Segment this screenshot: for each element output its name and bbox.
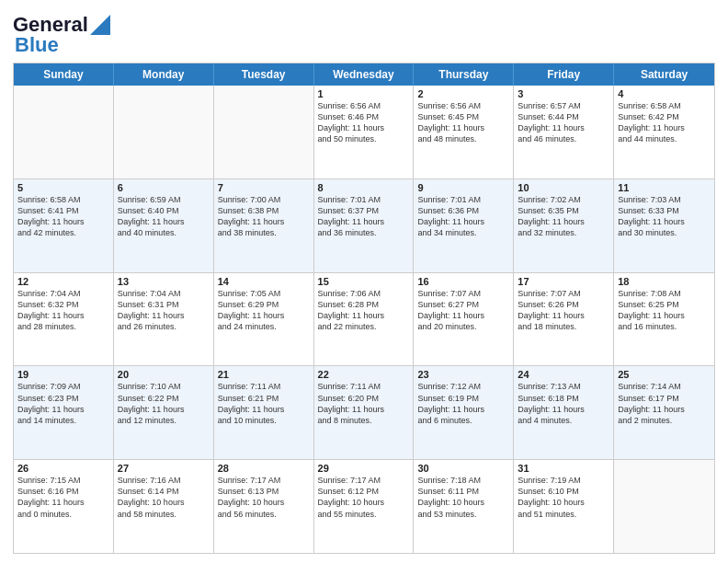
logo: General Blue	[13, 13, 110, 57]
day-number: 11	[618, 182, 711, 193]
cal-cell-day-4: 4Sunrise: 6:58 AM Sunset: 6:42 PM Daylig…	[614, 86, 714, 178]
cal-header-thursday: Thursday	[414, 63, 514, 86]
cal-header-tuesday: Tuesday	[214, 63, 314, 86]
day-info: Sunrise: 7:09 AM Sunset: 6:23 PM Dayligh…	[17, 381, 109, 426]
day-number: 20	[118, 369, 210, 380]
cal-cell-day-3: 3Sunrise: 6:57 AM Sunset: 6:44 PM Daylig…	[514, 86, 614, 178]
day-number: 12	[17, 276, 109, 287]
day-number: 25	[618, 369, 711, 380]
day-info: Sunrise: 6:56 AM Sunset: 6:45 PM Dayligh…	[417, 100, 509, 145]
cal-cell-day-9: 9Sunrise: 7:01 AM Sunset: 6:36 PM Daylig…	[414, 179, 514, 272]
day-info: Sunrise: 7:05 AM Sunset: 6:29 PM Dayligh…	[218, 288, 310, 333]
day-info: Sunrise: 7:02 AM Sunset: 6:35 PM Dayligh…	[518, 194, 609, 239]
logo-blue: Blue	[15, 33, 59, 57]
day-info: Sunrise: 7:06 AM Sunset: 6:28 PM Dayligh…	[318, 288, 410, 333]
cal-cell-day-8: 8Sunrise: 7:01 AM Sunset: 6:37 PM Daylig…	[314, 179, 415, 272]
day-number: 29	[318, 463, 410, 474]
day-info: Sunrise: 7:07 AM Sunset: 6:27 PM Dayligh…	[417, 288, 509, 333]
day-info: Sunrise: 7:11 AM Sunset: 6:20 PM Dayligh…	[318, 381, 410, 426]
cal-cell-day-7: 7Sunrise: 7:00 AM Sunset: 6:38 PM Daylig…	[214, 179, 314, 272]
logo-icon	[90, 15, 110, 35]
day-number: 4	[618, 88, 711, 99]
day-info: Sunrise: 6:56 AM Sunset: 6:46 PM Dayligh…	[318, 100, 410, 145]
day-number: 19	[17, 369, 109, 380]
cal-row-1: 1Sunrise: 6:56 AM Sunset: 6:46 PM Daylig…	[14, 86, 714, 179]
cal-cell-day-11: 11Sunrise: 7:03 AM Sunset: 6:33 PM Dayli…	[614, 179, 714, 272]
cal-cell-day-13: 13Sunrise: 7:04 AM Sunset: 6:31 PM Dayli…	[114, 273, 214, 366]
day-number: 2	[417, 88, 509, 99]
day-info: Sunrise: 7:08 AM Sunset: 6:25 PM Dayligh…	[618, 288, 711, 333]
day-number: 6	[118, 182, 210, 193]
cal-cell-day-19: 19Sunrise: 7:09 AM Sunset: 6:23 PM Dayli…	[14, 366, 114, 459]
day-number: 9	[417, 182, 509, 193]
calendar: SundayMondayTuesdayWednesdayThursdayFrid…	[13, 63, 715, 554]
day-number: 22	[318, 369, 410, 380]
day-number: 5	[17, 182, 109, 193]
cal-cell-empty	[114, 86, 214, 178]
cal-cell-day-14: 14Sunrise: 7:05 AM Sunset: 6:29 PM Dayli…	[214, 273, 314, 366]
day-info: Sunrise: 7:16 AM Sunset: 6:14 PM Dayligh…	[118, 475, 210, 520]
cal-cell-day-23: 23Sunrise: 7:12 AM Sunset: 6:19 PM Dayli…	[414, 366, 514, 459]
day-info: Sunrise: 7:01 AM Sunset: 6:36 PM Dayligh…	[417, 194, 509, 239]
day-info: Sunrise: 6:59 AM Sunset: 6:40 PM Dayligh…	[118, 194, 210, 239]
day-number: 3	[518, 88, 609, 99]
header: General Blue	[13, 9, 715, 57]
cal-cell-day-12: 12Sunrise: 7:04 AM Sunset: 6:32 PM Dayli…	[14, 273, 114, 366]
cal-header-wednesday: Wednesday	[314, 63, 415, 86]
cal-header-monday: Monday	[114, 63, 214, 86]
cal-cell-day-30: 30Sunrise: 7:18 AM Sunset: 6:11 PM Dayli…	[414, 460, 514, 553]
day-number: 18	[618, 276, 711, 287]
day-info: Sunrise: 7:18 AM Sunset: 6:11 PM Dayligh…	[417, 475, 509, 520]
cal-cell-day-2: 2Sunrise: 6:56 AM Sunset: 6:45 PM Daylig…	[414, 86, 514, 178]
cal-cell-day-27: 27Sunrise: 7:16 AM Sunset: 6:14 PM Dayli…	[114, 460, 214, 553]
cal-cell-day-15: 15Sunrise: 7:06 AM Sunset: 6:28 PM Dayli…	[314, 273, 415, 366]
cal-cell-day-28: 28Sunrise: 7:17 AM Sunset: 6:13 PM Dayli…	[214, 460, 314, 553]
cal-cell-day-20: 20Sunrise: 7:10 AM Sunset: 6:22 PM Dayli…	[114, 366, 214, 459]
page: General Blue SundayMondayTuesdayWednesda…	[0, 0, 728, 563]
day-info: Sunrise: 7:10 AM Sunset: 6:22 PM Dayligh…	[118, 381, 210, 426]
cal-cell-day-24: 24Sunrise: 7:13 AM Sunset: 6:18 PM Dayli…	[514, 366, 614, 459]
day-info: Sunrise: 7:13 AM Sunset: 6:18 PM Dayligh…	[518, 381, 609, 426]
cal-cell-day-25: 25Sunrise: 7:14 AM Sunset: 6:17 PM Dayli…	[614, 366, 714, 459]
day-info: Sunrise: 7:11 AM Sunset: 6:21 PM Dayligh…	[218, 381, 310, 426]
day-number: 31	[518, 463, 609, 474]
day-number: 27	[118, 463, 210, 474]
cal-row-3: 12Sunrise: 7:04 AM Sunset: 6:32 PM Dayli…	[14, 273, 714, 367]
cal-cell-day-6: 6Sunrise: 6:59 AM Sunset: 6:40 PM Daylig…	[114, 179, 214, 272]
day-info: Sunrise: 7:04 AM Sunset: 6:31 PM Dayligh…	[118, 288, 210, 333]
cal-row-5: 26Sunrise: 7:15 AM Sunset: 6:16 PM Dayli…	[14, 460, 714, 553]
cal-cell-day-10: 10Sunrise: 7:02 AM Sunset: 6:35 PM Dayli…	[514, 179, 614, 272]
cal-cell-day-29: 29Sunrise: 7:17 AM Sunset: 6:12 PM Dayli…	[314, 460, 415, 553]
day-info: Sunrise: 7:07 AM Sunset: 6:26 PM Dayligh…	[518, 288, 609, 333]
day-info: Sunrise: 6:58 AM Sunset: 6:42 PM Dayligh…	[618, 100, 711, 145]
cal-cell-empty	[614, 460, 714, 553]
day-info: Sunrise: 7:19 AM Sunset: 6:10 PM Dayligh…	[518, 475, 609, 520]
cal-header-saturday: Saturday	[614, 63, 714, 86]
calendar-body: 1Sunrise: 6:56 AM Sunset: 6:46 PM Daylig…	[14, 86, 714, 553]
cal-cell-day-1: 1Sunrise: 6:56 AM Sunset: 6:46 PM Daylig…	[314, 86, 415, 178]
day-info: Sunrise: 7:12 AM Sunset: 6:19 PM Dayligh…	[417, 381, 509, 426]
day-number: 8	[318, 182, 410, 193]
day-number: 13	[118, 276, 210, 287]
day-number: 23	[417, 369, 509, 380]
day-info: Sunrise: 7:14 AM Sunset: 6:17 PM Dayligh…	[618, 381, 711, 426]
cal-header-friday: Friday	[514, 63, 614, 86]
day-number: 30	[417, 463, 509, 474]
day-number: 16	[417, 276, 509, 287]
day-info: Sunrise: 6:58 AM Sunset: 6:41 PM Dayligh…	[17, 194, 109, 239]
day-info: Sunrise: 7:03 AM Sunset: 6:33 PM Dayligh…	[618, 194, 711, 239]
cal-cell-day-17: 17Sunrise: 7:07 AM Sunset: 6:26 PM Dayli…	[514, 273, 614, 366]
cal-cell-day-31: 31Sunrise: 7:19 AM Sunset: 6:10 PM Dayli…	[514, 460, 614, 553]
day-info: Sunrise: 6:57 AM Sunset: 6:44 PM Dayligh…	[518, 100, 609, 145]
day-number: 14	[218, 276, 310, 287]
day-number: 26	[17, 463, 109, 474]
cal-cell-empty	[14, 86, 114, 178]
cal-cell-day-16: 16Sunrise: 7:07 AM Sunset: 6:27 PM Dayli…	[414, 273, 514, 366]
day-info: Sunrise: 7:04 AM Sunset: 6:32 PM Dayligh…	[17, 288, 109, 333]
day-number: 1	[318, 88, 410, 99]
cal-row-4: 19Sunrise: 7:09 AM Sunset: 6:23 PM Dayli…	[14, 366, 714, 460]
cal-cell-empty	[214, 86, 314, 178]
cal-row-2: 5Sunrise: 6:58 AM Sunset: 6:41 PM Daylig…	[14, 179, 714, 273]
cal-cell-day-21: 21Sunrise: 7:11 AM Sunset: 6:21 PM Dayli…	[214, 366, 314, 459]
svg-marker-0	[90, 15, 110, 35]
